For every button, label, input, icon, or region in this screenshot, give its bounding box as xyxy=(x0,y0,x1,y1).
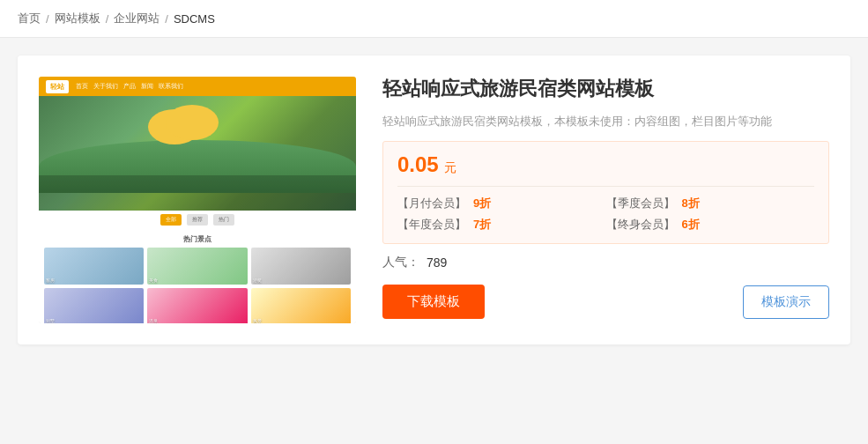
price-divider xyxy=(397,186,814,187)
mockup-thumb-label-4: 别墅 xyxy=(46,318,55,323)
discount-label-lifetime: 【终身会员】 xyxy=(606,217,675,233)
mockup-grid: 客房 美食 游艇 别墅 温泉 风景 xyxy=(39,248,356,323)
preview-image: 轻站 首页 关于我们 产品 新闻 联系我们 xyxy=(39,77,356,323)
popularity-row: 人气： 789 xyxy=(382,255,829,270)
mockup-tab-2: 推荐 xyxy=(187,214,208,226)
mockup-thumb-label-2: 美食 xyxy=(149,278,158,283)
mockup-thumb-label-5: 温泉 xyxy=(149,318,158,323)
mockup-nav-link-3: 产品 xyxy=(123,82,136,91)
preview-section: 轻站 首页 关于我们 产品 新闻 联系我们 xyxy=(39,77,356,323)
product-info: 轻站响应式旅游民宿类网站模板 轻站响应式旅游民宿类网站模板，本模板未使用：内容组… xyxy=(382,77,829,323)
discount-grid: 【月付会员】 9折 【季度会员】 8折 【年度会员】 7折 【终身会员】 xyxy=(397,196,814,233)
mockup-thumb-6: 风景 xyxy=(251,288,351,323)
breadcrumb: 首页 / 网站模板 / 企业网站 / SDCMS xyxy=(0,0,868,38)
discount-value-lifetime: 6折 xyxy=(682,217,700,233)
discount-row-3: 【年度会员】 7折 xyxy=(397,217,606,233)
demo-button[interactable]: 模板演示 xyxy=(743,285,829,319)
price-unit: 元 xyxy=(444,160,456,174)
breadcrumb-template[interactable]: 网站模板 xyxy=(55,11,100,26)
breadcrumb-sep-2: / xyxy=(106,12,109,26)
breadcrumb-enterprise[interactable]: 企业网站 xyxy=(114,11,160,26)
mockup-nav-links: 首页 关于我们 产品 新闻 联系我们 xyxy=(76,82,183,91)
discount-label-monthly: 【月付会员】 xyxy=(397,196,466,211)
main-content: 轻站 首页 关于我们 产品 新闻 联系我们 xyxy=(0,38,868,362)
mockup-logo: 轻站 xyxy=(46,80,69,93)
page-wrapper: 首页 / 网站模板 / 企业网站 / SDCMS 轻站 首页 关于我们 xyxy=(0,0,868,444)
mockup-nav: 轻站 首页 关于我们 产品 新闻 联系我们 xyxy=(39,77,356,96)
mockup-nav-link-1: 首页 xyxy=(76,82,88,91)
mockup-section-title: 热门景点 xyxy=(39,229,356,248)
discount-value-monthly: 9折 xyxy=(473,196,491,211)
popularity-label: 人气： xyxy=(382,255,419,270)
mockup-thumb-4: 别墅 xyxy=(44,288,144,323)
discount-row-4: 【终身会员】 6折 xyxy=(606,217,815,233)
mockup-thumb-label-3: 游艇 xyxy=(253,278,262,283)
discount-row-1: 【月付会员】 9折 xyxy=(397,196,606,211)
product-title: 轻站响应式旅游民宿类网站模板 xyxy=(382,77,829,102)
product-card: 轻站 首页 关于我们 产品 新闻 联系我们 xyxy=(18,56,850,344)
mockup-thumb-label-1: 客房 xyxy=(46,278,55,283)
mockup-thumb-1: 客房 xyxy=(44,248,144,285)
breadcrumb-home[interactable]: 首页 xyxy=(18,11,41,26)
mockup-thumb-3: 游艇 xyxy=(251,248,351,285)
breadcrumb-sep-3: / xyxy=(165,12,168,26)
discount-row-2: 【季度会员】 8折 xyxy=(606,196,815,211)
discount-value-quarterly: 8折 xyxy=(682,196,700,211)
popularity-value: 789 xyxy=(427,255,447,270)
price-section: 0.05 元 【月付会员】 9折 【季度会员】 8折 xyxy=(382,141,829,244)
mockup-thumb-5: 温泉 xyxy=(147,288,247,323)
mockup-nav-link-5: 联系我们 xyxy=(159,82,183,91)
mockup-nav-link-2: 关于我们 xyxy=(93,82,118,91)
discount-label-quarterly: 【季度会员】 xyxy=(606,196,675,211)
price-value: 0.05 xyxy=(397,152,439,176)
action-row: 下载模板 模板演示 xyxy=(382,285,829,319)
mockup-nav-link-4: 新闻 xyxy=(141,82,153,91)
breadcrumb-sdcms: SDCMS xyxy=(174,12,215,26)
mockup-hero xyxy=(39,96,356,211)
mockup-tab-3: 热门 xyxy=(213,214,234,226)
breadcrumb-sep-1: / xyxy=(46,12,49,26)
mockup-tabs: 全部 推荐 热门 xyxy=(39,211,356,229)
mockup-thumb-label-6: 风景 xyxy=(253,318,262,323)
discount-label-yearly: 【年度会员】 xyxy=(397,217,466,233)
mockup-preview: 轻站 首页 关于我们 产品 新闻 联系我们 xyxy=(39,77,356,323)
mockup-tab-1: 全部 xyxy=(160,214,182,226)
mockup-hero-overlay xyxy=(39,175,356,211)
mockup-thumb-2: 美食 xyxy=(147,248,247,285)
download-button[interactable]: 下载模板 xyxy=(382,285,485,319)
discount-value-yearly: 7折 xyxy=(473,217,491,233)
product-description: 轻站响应式旅游民宿类网站模板，本模板未使用：内容组图，栏目图片等功能 xyxy=(382,113,829,131)
